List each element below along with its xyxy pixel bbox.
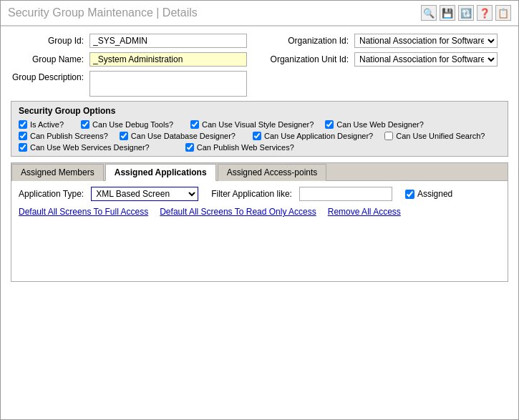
can-publish-web-checkbox[interactable] bbox=[185, 143, 194, 152]
tabs-header: Assigned Members Assigned Applications A… bbox=[11, 163, 508, 181]
can-visual-style-checkbox[interactable] bbox=[190, 120, 199, 129]
org-id-section: Organization Id: National Association fo… bbox=[261, 34, 498, 48]
remove-all-link[interactable]: Remove All Access bbox=[328, 207, 401, 217]
group-name-row: Group Name: Organization Unit Id: Nation… bbox=[11, 52, 508, 67]
filter-label: Filter Application like: bbox=[211, 189, 292, 199]
title-subtitle: Details bbox=[163, 6, 198, 19]
checkbox-app-designer: Can Use Application Designer? bbox=[253, 132, 373, 140]
is-active-checkbox[interactable] bbox=[19, 120, 27, 129]
eye-button[interactable]: 🔍 bbox=[421, 5, 437, 21]
content-area: Group Id: Organization Id: National Asso… bbox=[1, 26, 518, 419]
group-id-input[interactable] bbox=[89, 34, 247, 48]
can-database-designer-checkbox[interactable] bbox=[120, 132, 128, 140]
title-text: Security Group Maintenance bbox=[8, 6, 153, 19]
log-button[interactable]: 📋 bbox=[495, 5, 511, 21]
options-title: Security Group Options bbox=[19, 106, 500, 116]
can-publish-screens-label: Can Publish Screens? bbox=[30, 132, 108, 140]
can-unified-search-checkbox[interactable] bbox=[384, 132, 393, 140]
can-web-designer-checkbox[interactable] bbox=[325, 120, 334, 129]
can-publish-screens-checkbox[interactable] bbox=[19, 132, 27, 140]
tabs-container: Assigned Members Assigned Applications A… bbox=[11, 162, 508, 282]
default-full-link[interactable]: Default All Screens To Full Access bbox=[19, 207, 148, 217]
main-window: Security Group Maintenance | Details 🔍 💾… bbox=[0, 0, 519, 420]
org-unit-label: Organization Unit Id: bbox=[261, 54, 354, 64]
group-id-row: Group Id: Organization Id: National Asso… bbox=[11, 34, 508, 48]
can-web-services-checkbox[interactable] bbox=[19, 143, 27, 152]
org-unit-select[interactable]: National Association for Software E bbox=[354, 52, 498, 67]
assigned-label: Assigned bbox=[417, 189, 452, 199]
save-button[interactable]: 💾 bbox=[440, 5, 455, 21]
tabs-content: Application Type: XML Based Screen Filte… bbox=[11, 181, 508, 281]
filter-input[interactable] bbox=[299, 187, 392, 201]
can-visual-style-label: Can Use Visual Style Designer? bbox=[202, 120, 314, 129]
checkbox-publish-screens: Can Publish Screens? bbox=[19, 132, 108, 140]
can-publish-web-label: Can Publish Web Services? bbox=[197, 143, 294, 152]
checkbox-unified-search: Can Use Unified Search? bbox=[384, 132, 485, 140]
group-id-label: Group Id: bbox=[11, 36, 89, 46]
app-type-label: Application Type: bbox=[19, 189, 84, 199]
can-debug-checkbox[interactable] bbox=[81, 120, 89, 129]
toolbar: 🔍 💾 🔃 ❓ 📋 bbox=[421, 5, 511, 21]
security-options-section: Security Group Options Is Active? Can Us… bbox=[11, 101, 508, 157]
can-app-designer-checkbox[interactable] bbox=[253, 132, 261, 140]
tab-links: Default All Screens To Full Access Defau… bbox=[19, 205, 500, 218]
options-row-3: Can Use Web Services Designer? Can Publi… bbox=[19, 143, 500, 152]
can-debug-label: Can Use Debug Tools? bbox=[92, 120, 173, 129]
default-readonly-link[interactable]: Default All Screens To Read Only Access bbox=[160, 207, 316, 217]
can-web-services-label: Can Use Web Services Designer? bbox=[30, 143, 150, 152]
checkbox-publish-web: Can Publish Web Services? bbox=[185, 143, 294, 152]
group-desc-label: Group Description: bbox=[11, 71, 89, 82]
is-active-label: Is Active? bbox=[30, 120, 64, 129]
options-row-2: Can Publish Screens? Can Use Database De… bbox=[19, 132, 500, 140]
group-desc-input[interactable] bbox=[89, 71, 247, 97]
can-unified-search-label: Can Use Unified Search? bbox=[396, 132, 485, 140]
app-type-select[interactable]: XML Based Screen bbox=[91, 187, 198, 201]
options-row-1: Is Active? Can Use Debug Tools? Can Use … bbox=[19, 120, 500, 129]
can-app-designer-label: Can Use Application Designer? bbox=[264, 132, 373, 140]
assigned-checkbox-group: Assigned bbox=[405, 189, 452, 199]
tab-assigned-access-points[interactable]: Assigned Access-points bbox=[218, 164, 327, 181]
checkbox-debug: Can Use Debug Tools? bbox=[81, 120, 173, 129]
tab-assigned-members[interactable]: Assigned Members bbox=[11, 164, 104, 181]
title-separator: | bbox=[153, 6, 163, 19]
checkbox-web-designer: Can Use Web Designer? bbox=[325, 120, 423, 129]
can-web-designer-label: Can Use Web Designer? bbox=[336, 120, 423, 129]
group-desc-row: Group Description: bbox=[11, 71, 508, 97]
group-name-input[interactable] bbox=[89, 52, 247, 67]
refresh-button[interactable]: 🔃 bbox=[458, 5, 474, 21]
org-id-label: Organization Id: bbox=[261, 36, 354, 46]
tab-assigned-applications[interactable]: Assigned Applications bbox=[105, 164, 216, 181]
checkbox-web-services: Can Use Web Services Designer? bbox=[19, 143, 150, 152]
org-unit-section: Organization Unit Id: National Associati… bbox=[261, 52, 498, 67]
group-name-label: Group Name: bbox=[11, 54, 89, 64]
help-button[interactable]: ❓ bbox=[477, 5, 493, 21]
checkbox-is-active: Is Active? bbox=[19, 120, 64, 129]
header: Security Group Maintenance | Details 🔍 💾… bbox=[1, 1, 518, 26]
app-type-row: Application Type: XML Based Screen Filte… bbox=[19, 187, 500, 201]
checkbox-database-designer: Can Use Database Designer? bbox=[120, 132, 236, 140]
page-title: Security Group Maintenance | Details bbox=[8, 6, 198, 19]
assigned-checkbox[interactable] bbox=[405, 190, 414, 199]
org-id-select[interactable]: National Association for Software E bbox=[354, 34, 498, 48]
checkbox-visual-style: Can Use Visual Style Designer? bbox=[190, 120, 314, 129]
can-database-designer-label: Can Use Database Designer? bbox=[131, 132, 236, 140]
